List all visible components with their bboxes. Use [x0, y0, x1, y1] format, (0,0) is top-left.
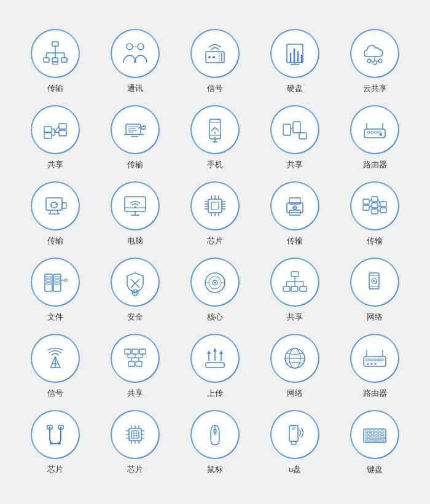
icon-circle-transfer4: [270, 181, 319, 230]
svg-point-15: [213, 56, 215, 58]
icon-circle-signal2: [31, 334, 80, 383]
icon-cell-share3: 共享: [258, 258, 332, 323]
icon-circle-router2: [350, 334, 399, 383]
icon-cell-chip2: 芯片: [18, 410, 92, 475]
svg-rect-58: [293, 122, 300, 133]
svg-rect-230: [369, 437, 381, 439]
svg-rect-158: [132, 349, 138, 354]
svg-rect-160: [128, 361, 135, 366]
svg-rect-227: [377, 434, 379, 436]
icon-circle-cloudshare: [350, 29, 399, 78]
icon-cell-transfer4: 传输: [258, 181, 332, 246]
svg-rect-159: [139, 349, 146, 354]
label-keyboard: 键盘: [367, 464, 383, 475]
svg-rect-137: [291, 272, 299, 277]
icon-circle-share1: [31, 105, 80, 154]
label-signal1: 信号: [207, 83, 223, 94]
svg-line-153: [50, 364, 52, 368]
label-usb: u盘: [289, 464, 301, 475]
icon-cell-security: 安全: [98, 258, 172, 323]
svg-rect-178: [364, 356, 386, 366]
icon-cell-comms: 通讯: [98, 29, 172, 94]
icon-cell-files: 文件: [18, 258, 92, 323]
svg-point-53: [214, 137, 216, 139]
svg-rect-224: [366, 434, 368, 436]
svg-rect-139: [291, 286, 298, 291]
icon-cell-keyboard: 键盘: [338, 410, 412, 475]
label-cloudshare: 云共享: [363, 83, 387, 94]
svg-line-38: [55, 126, 59, 132]
label-share4: 共享: [127, 388, 143, 399]
svg-rect-161: [136, 361, 142, 366]
svg-rect-179: [366, 359, 369, 361]
svg-point-134: [214, 282, 216, 284]
icon-cell-chip3: 芯片: [98, 410, 172, 475]
svg-marker-170: [207, 350, 211, 354]
svg-point-185: [371, 363, 373, 365]
svg-rect-59: [299, 133, 307, 139]
label-router2: 路由器: [363, 388, 387, 399]
icon-circle-share2: [270, 105, 319, 154]
icon-cell-router1: 路由器: [338, 105, 412, 170]
icon-cell-share4: 共享: [98, 334, 172, 399]
icon-circle-transfer2: [111, 105, 160, 154]
svg-rect-42: [141, 127, 146, 129]
label-chip1: 芯片: [207, 235, 223, 246]
svg-point-10: [127, 44, 133, 50]
svg-rect-140: [300, 286, 307, 291]
label-share2: 共享: [287, 159, 303, 170]
label-mouse: 鼠标: [207, 464, 223, 475]
svg-point-80: [135, 207, 136, 208]
svg-rect-181: [373, 359, 376, 361]
svg-rect-34: [59, 130, 66, 136]
svg-rect-119: [46, 277, 51, 278]
svg-rect-106: [363, 205, 369, 210]
icon-circle-transfer5: [350, 181, 399, 230]
icon-circle-files: [31, 258, 80, 307]
icon-cell-network2: 网络: [258, 334, 332, 399]
svg-rect-168: [206, 363, 224, 368]
svg-rect-83: [208, 199, 222, 213]
label-chip3: 芯片: [127, 464, 143, 475]
svg-point-27: [378, 59, 382, 63]
svg-rect-231: [383, 437, 385, 439]
label-phone: 手机: [207, 159, 223, 170]
icon-circle-security: [111, 258, 160, 307]
svg-rect-138: [283, 286, 290, 291]
svg-rect-3: [61, 58, 67, 62]
icon-cell-computer: 电脑: [98, 181, 172, 246]
icon-cell-phone: 手机: [178, 105, 252, 170]
svg-rect-66: [378, 132, 381, 133]
svg-rect-40: [126, 124, 141, 135]
label-comms: 通讯: [127, 83, 143, 94]
label-router1: 路由器: [363, 159, 387, 170]
icon-cell-transfer3: 传输: [18, 181, 92, 246]
svg-rect-0: [52, 42, 58, 46]
icon-circle-network1: [350, 258, 399, 307]
svg-point-186: [375, 363, 377, 365]
svg-rect-182: [377, 359, 380, 361]
label-core: 核心: [207, 312, 223, 323]
label-files: 文件: [47, 312, 63, 323]
icon-cell-chip1: 芯片: [178, 181, 252, 246]
icon-circle-transfer3: [31, 181, 80, 230]
svg-rect-121: [46, 283, 51, 285]
svg-rect-98: [211, 202, 219, 210]
label-chip2: 芯片: [47, 464, 63, 475]
icon-cell-transfer5: 传输: [338, 181, 412, 246]
svg-line-71: [50, 210, 51, 214]
label-network2: 网络: [287, 388, 303, 399]
svg-rect-31: [44, 127, 52, 132]
icon-cell-router2: 路由器: [338, 334, 412, 399]
svg-point-69: [380, 133, 382, 136]
svg-rect-105: [363, 199, 369, 204]
svg-rect-222: [377, 431, 379, 433]
svg-rect-216: [291, 425, 296, 428]
label-harddisk: 硬盘: [287, 83, 303, 94]
svg-rect-64: [371, 132, 373, 133]
svg-rect-111: [380, 208, 386, 213]
icon-cell-share1: 共享: [18, 105, 92, 170]
icon-cell-share2: 共享: [258, 105, 332, 170]
icon-circle-comms: [111, 29, 160, 78]
icon-cell-mouse: 鼠标: [178, 410, 252, 475]
